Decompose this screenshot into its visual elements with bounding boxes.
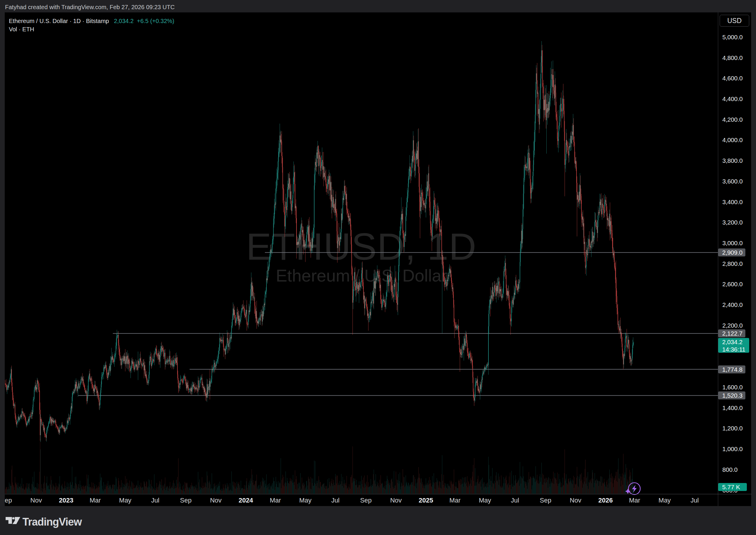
svg-text:TradingView: TradingView [22,516,82,528]
